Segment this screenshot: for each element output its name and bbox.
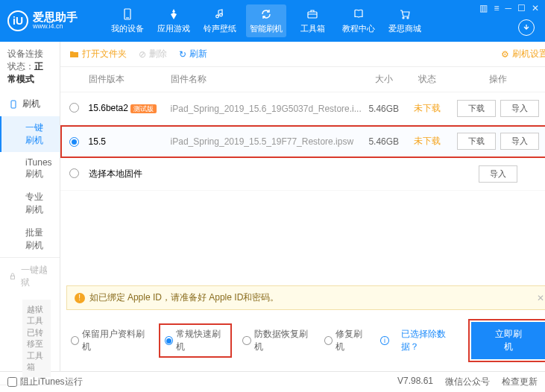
nav-my-device[interactable]: 我的设备 <box>107 4 148 37</box>
svg-point-3 <box>220 13 223 16</box>
footer: 阻止iTunes运行 V7.98.61 微信公众号 检查更新 <box>0 371 545 392</box>
nav-tutorial[interactable]: 教程中心 <box>338 4 379 37</box>
svg-point-5 <box>403 17 404 19</box>
start-flash-button[interactable]: 立即刷机 <box>471 322 545 359</box>
wechat-link[interactable]: 微信公众号 <box>445 376 490 388</box>
download-button[interactable]: 下载 <box>457 133 496 150</box>
row-radio[interactable] <box>69 137 79 147</box>
refresh-sm-icon: ↻ <box>179 49 186 60</box>
firmware-row[interactable]: 15.6beta2测试版 iPad_Spring_2019_15.6_19G50… <box>60 92 545 125</box>
flash-options: 保留用户资料刷机 常规快速刷机 防数据恢复刷机 修复刷机 i 已选择除数据？ 立… <box>66 316 545 365</box>
window-controls: ▥ ≡ ─ ☐ ✕ <box>479 3 539 13</box>
version-label: V7.98.61 <box>397 376 433 388</box>
download-button[interactable]: 下载 <box>457 100 496 117</box>
row-radio[interactable] <box>69 103 79 113</box>
sidebar-item-oneclick[interactable]: 一键刷机 <box>0 116 60 152</box>
lines-icon[interactable]: ≡ <box>494 3 499 13</box>
apple-id-notice: ! 如已绑定 Apple ID，请准备好 Apple ID和密码。 ✕ <box>66 285 545 310</box>
import-button[interactable]: 导入 <box>500 100 539 117</box>
sidebar-item-pro[interactable]: 专业刷机 <box>0 186 60 221</box>
sidebar-group-flash[interactable]: 刷机 <box>0 92 60 116</box>
table-header: 固件版本 固件名称 大小 状态 操作 <box>60 67 545 92</box>
lock-icon <box>9 272 16 281</box>
row-radio[interactable] <box>69 168 79 178</box>
sidebar-group-jailbreak[interactable]: 一键越狱 <box>0 258 60 295</box>
info-icon[interactable]: i <box>380 336 388 345</box>
opt-fast-flash[interactable]: 常规快速刷机 <box>160 325 230 356</box>
svg-rect-4 <box>308 12 317 18</box>
check-update-link[interactable]: 检查更新 <box>502 376 538 388</box>
beta-badge: 测试版 <box>130 104 157 113</box>
nav-shop[interactable]: 爱思商城 <box>385 4 425 37</box>
svg-rect-7 <box>11 101 16 108</box>
gear-icon: ⚙ <box>501 49 509 60</box>
sidebar-item-itunes[interactable]: iTunes刷机 <box>0 152 60 186</box>
opt-anti-recovery[interactable]: 防数据恢复刷机 <box>242 328 312 353</box>
refresh-button[interactable]: ↻刷新 <box>179 48 207 60</box>
menu-icon[interactable]: ▥ <box>479 3 488 13</box>
import-button[interactable]: 导入 <box>500 133 539 150</box>
nav-ringtone[interactable]: 铃声壁纸 <box>200 4 240 37</box>
svg-point-2 <box>216 15 219 18</box>
close-notice-icon[interactable]: ✕ <box>537 293 544 303</box>
logo-icon: iU <box>7 10 28 31</box>
jailbreak-note: 越狱工具已转移至工具箱 <box>22 300 51 377</box>
phone-sm-icon <box>9 100 18 109</box>
nav-flash[interactable]: 智能刷机 <box>246 4 286 37</box>
download-indicator-icon[interactable] <box>518 19 535 36</box>
warning-icon: ! <box>75 293 85 303</box>
folder-icon <box>69 49 79 59</box>
nav-toolbox[interactable]: 工具箱 <box>292 4 333 37</box>
phone-icon <box>121 7 134 21</box>
titlebar: iU 爱思助手 www.i4.cn 我的设备 应用游戏 铃声壁纸 智能刷机 工具… <box>0 0 545 42</box>
top-nav: 我的设备 应用游戏 铃声壁纸 智能刷机 工具箱 教程中心 爱思商城 <box>107 4 425 37</box>
flash-settings-button[interactable]: ⚙刷机设置 <box>501 48 545 60</box>
maximize-icon[interactable]: ☐ <box>517 3 526 13</box>
sidebar-item-batch[interactable]: 批量刷机 <box>0 221 60 257</box>
toolbar: 打开文件夹 ⊘删除 ↻刷新 ⚙刷机设置 <box>60 42 545 67</box>
block-itunes-checkbox[interactable]: 阻止iTunes运行 <box>7 376 83 388</box>
app-icon <box>167 7 180 21</box>
opt-repair[interactable]: 修复刷机 <box>324 328 369 353</box>
opt-keep-data[interactable]: 保留用户资料刷机 <box>71 328 149 353</box>
svg-rect-8 <box>10 276 14 279</box>
logo: iU 爱思助手 www.i4.cn <box>7 10 78 31</box>
brand-name: 爱思助手 <box>33 11 78 24</box>
minimize-icon[interactable]: ─ <box>505 3 511 13</box>
sidebar: 设备连接状态：正常模式 刷机 一键刷机 iTunes刷机 专业刷机 批量刷机 一… <box>0 42 60 371</box>
close-icon[interactable]: ✕ <box>532 3 539 13</box>
delete-button[interactable]: ⊘删除 <box>139 48 167 60</box>
connection-status: 设备连接状态：正常模式 <box>0 42 60 92</box>
import-button[interactable]: 导入 <box>479 165 517 183</box>
svg-point-6 <box>407 17 409 19</box>
book-icon <box>352 7 365 21</box>
music-icon <box>213 7 227 21</box>
open-folder-button[interactable]: 打开文件夹 <box>69 48 127 60</box>
delete-icon: ⊘ <box>139 49 146 60</box>
cart-icon <box>398 7 412 21</box>
refresh-icon <box>259 7 273 21</box>
brand-url: www.i4.cn <box>33 23 78 31</box>
firmware-row[interactable]: 15.5 iPad_Spring_2019_15.5_19F77_Restore… <box>60 125 545 158</box>
exclude-data-link[interactable]: 已选择除数据？ <box>401 328 459 353</box>
main-panel: 打开文件夹 ⊘删除 ↻刷新 ⚙刷机设置 固件版本 固件名称 大小 状态 操作 1… <box>60 42 545 371</box>
nav-apps[interactable]: 应用游戏 <box>154 4 194 37</box>
toolbox-icon <box>306 7 319 21</box>
local-firmware-row[interactable]: 选择本地固件 导入 <box>60 158 545 191</box>
